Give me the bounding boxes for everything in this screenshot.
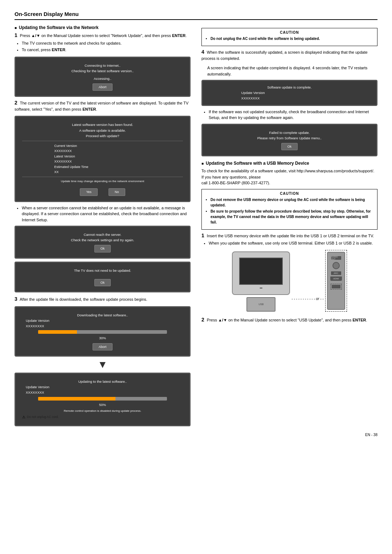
caution2-bullet1: Do not remove the USB memory device or u…	[211, 197, 373, 208]
screen3-ok-btn[interactable]: Ok	[94, 245, 111, 252]
step-usb1-text: Insert the USB memory device with the up…	[207, 234, 374, 238]
screen4-ok-btn[interactable]: Ok	[94, 279, 111, 286]
step4-post-bullet1: If the software was not updated successf…	[209, 109, 377, 121]
circular-port	[332, 262, 340, 269]
step-usb2-text: Press ▲/▼ on the Manual Update screen to…	[207, 318, 367, 322]
screen5-label: Update Version	[26, 318, 183, 323]
step2: 2 The current version of the TV and the …	[15, 100, 191, 112]
page-title: On-Screen Display Menu	[15, 11, 377, 17]
audio-out-port: AUDIO OUT	[331, 256, 341, 260]
caution-box-1: CAUTION Do not unplug the AC cord while …	[201, 28, 377, 46]
screen-complete: Software update is complete. Update Vers…	[201, 80, 377, 106]
usb-img-group: ▬ USB - - - - - - - - - - - or - -	[201, 250, 377, 312]
screen-failed-line1: Failed to complete update.	[209, 130, 370, 135]
screen2-current-version-val: XXXXXXXX	[22, 148, 183, 153]
screen5-progress-fill	[38, 330, 77, 334]
screen2-no-btn[interactable]: No	[109, 188, 125, 196]
step-usb1-bullet1: When you update the software, use only o…	[209, 240, 377, 246]
step-usb2: 2 Press ▲/▼ on the Manual Update screen …	[201, 317, 377, 323]
step4-text: When the software is successfully update…	[201, 50, 368, 61]
step3-text: After the update file is downloaded, the…	[20, 297, 147, 301]
screen6-progress-bar	[38, 397, 167, 401]
usb-device-bottom: USB	[246, 297, 275, 312]
arc-port: ARC	[331, 271, 341, 275]
page-header: On-Screen Display Menu	[15, 11, 377, 20]
screen2-latest-version-label: Latest Version	[22, 154, 183, 159]
step3-number: 3	[15, 296, 17, 302]
screen-failed-ok-btn[interactable]: Ok	[281, 143, 298, 150]
screen3-line1: Cannot reach the server.	[22, 232, 183, 237]
caution1-bullets: Do not unplug the AC cord while the soft…	[211, 36, 373, 41]
screen1-line1: Connecting to Internet..	[22, 63, 183, 68]
main-content: Updating the Software via the Network 1 …	[15, 25, 377, 429]
screen3: Cannot reach the server. Check the netwo…	[15, 226, 191, 259]
screen2-line1: Latest software version has been found.	[22, 122, 183, 127]
step4-subtext: A screen indicating that the update comp…	[207, 65, 377, 77]
screen6-progress-fill	[38, 397, 115, 401]
step-usb1-number: 1	[201, 233, 204, 238]
tv-screen-area	[239, 258, 283, 285]
section2-title: Updating the Software with a USB Memory …	[201, 161, 377, 166]
step4-post-bullets: If the software was not updated successf…	[209, 109, 377, 121]
section1-title: Updating the Software via the Network	[15, 25, 191, 30]
screen1-abort-btn[interactable]: Abort	[93, 83, 113, 91]
warning-triangle-icon: ⚠	[22, 414, 25, 420]
screen2-current-version-label: Current Version	[22, 143, 183, 148]
screen2-est-time-val: XX	[22, 169, 183, 175]
caution2-title: CAUTION	[205, 192, 373, 196]
section2-intro: To check for the availability of a softw…	[201, 168, 377, 186]
step4: 4 When the software is successfully upda…	[201, 49, 377, 61]
screen-complete-value: XXXXXXXX	[241, 95, 370, 101]
step-usb1: 1 Insert the USB memory device with the …	[201, 233, 377, 246]
screen6-label: Update Version	[26, 384, 183, 390]
screen-complete-line1: Software update is complete.	[209, 85, 370, 90]
caution-box-2: CAUTION Do not remove the USB memory dev…	[201, 189, 377, 230]
step1-number: 1	[15, 32, 17, 38]
usb-illustration: ▬ USB - - - - - - - - - - - or - -	[201, 250, 377, 312]
screen5-value: XXXXXXXX	[26, 323, 183, 329]
caution2-bullets: Do not remove the USB memory device or u…	[211, 197, 373, 225]
step2-text: The current version of the TV and the la…	[15, 101, 188, 111]
tv-side-panel: AUDIO OUT ARC HDMI	[327, 252, 345, 310]
right-column: CAUTION Do not unplug the AC cord while …	[201, 25, 377, 429]
screen5-abort-btn[interactable]: Abort	[93, 343, 113, 350]
screen3-line2: Check the network settings and try again…	[22, 237, 183, 243]
screen1-line4: Accessing..	[22, 76, 183, 81]
or-label: - - - - - - - - - - - or - -	[291, 297, 323, 301]
caution1-bullet1: Do not unplug the AC cord while the soft…	[211, 36, 373, 41]
screen5-progress-bar	[38, 330, 167, 334]
step1: 1 Press ▲/▼ on the Manual Update screen …	[15, 32, 191, 53]
page-number: EN - 38	[15, 433, 377, 437]
step3: 3 After the update file is downloaded, t…	[15, 296, 191, 303]
screen2-line2: A software update is available.	[22, 128, 183, 133]
screen5-percent: 30%	[22, 335, 183, 341]
screen4: The TV does not need to be updated. Ok	[15, 262, 191, 293]
step1-bullet2: To cancel, press ENTER.	[22, 47, 191, 53]
tv-side-ports-box: AUDIO OUT ARC HDMI	[325, 250, 347, 312]
screen-complete-label: Update Version	[241, 90, 370, 95]
page-wrapper: On-Screen Display Menu Updating the Soft…	[15, 11, 377, 437]
down-arrow: ▼	[15, 360, 191, 370]
screen6-line1: Updating to the latest software..	[22, 379, 183, 384]
step2-bullet1: When a server connection cannot be estab…	[22, 205, 191, 223]
step1-bullets: The TV connects to the network and check…	[22, 40, 191, 53]
screen2: Latest software version has been found. …	[15, 116, 191, 202]
screen5-line1: Downloading the latest software..	[22, 312, 183, 318]
screen6-percent: 50%	[22, 402, 183, 407]
step1-text: Press ▲/▼ on the Manual Update screen to…	[20, 33, 187, 38]
screen2-line3: Proceed with update?	[22, 133, 183, 139]
step4-number: 4	[201, 49, 204, 55]
screen6-warning: Remote control operation is disabled dur…	[22, 409, 183, 414]
screen2-latest-version-val: XXXXXXXX	[22, 159, 183, 164]
screen2-yes-btn[interactable]: Yes	[80, 188, 98, 196]
caution1-title: CAUTION	[205, 30, 373, 34]
tv-front-diagram: ▬	[232, 251, 290, 295]
step-usb2-number: 2	[201, 317, 204, 323]
screen2-est-time-label: Estimated Update Time	[22, 164, 183, 169]
screen1-line2: Checking for the latest software version…	[22, 68, 183, 74]
screen2-note: Update time may change depending on the …	[22, 179, 183, 184]
screen-failed: Failed to complete update. Please retry …	[201, 124, 377, 157]
screen6-value: XXXXXXXX	[26, 390, 183, 395]
screen4-line1: The TV does not need to be updated.	[22, 268, 183, 273]
screen2-btns: Yes No	[22, 186, 183, 196]
